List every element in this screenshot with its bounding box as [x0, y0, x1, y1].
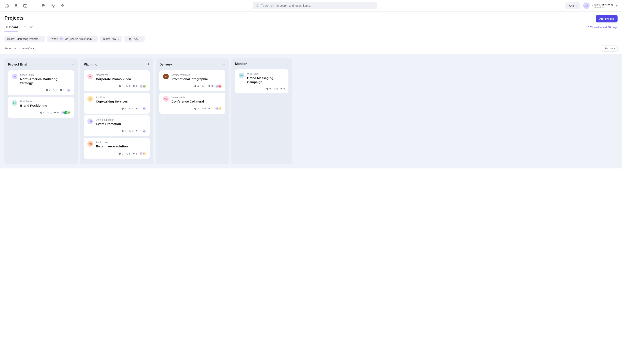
members: CASD [140, 152, 146, 155]
column-title: Monitor [235, 62, 247, 66]
tasks-stat: 0 [118, 85, 123, 88]
column-header: Delivery+ [159, 62, 225, 67]
project-name: Conference Collateral [172, 99, 222, 104]
add-project-button[interactable]: Add Project [596, 15, 618, 22]
project-name: North America Marketing Strategy [20, 77, 70, 85]
members: CASD [216, 107, 222, 110]
client-avatar: WS [239, 73, 244, 78]
column: Delivery+VVVoyage VenturesPromotional In… [156, 58, 229, 164]
members: CA [143, 107, 146, 110]
plus-icon: + [575, 4, 577, 7]
project-card[interactable]: WSWell SyncBrand Messaging Campaign000 [235, 69, 289, 94]
client-name: Unity Foundation [96, 118, 146, 121]
filter-board[interactable]: Board: Marketing Projects⌄ [4, 36, 45, 42]
project-card[interactable]: MMagnetizedCorporate Promo Video011CAAW [84, 70, 150, 91]
search-bar[interactable]: Type / [253, 2, 377, 9]
client-avatar: A [87, 96, 93, 102]
closed-projects-link[interactable]: 6 Closed in last 30 days [587, 26, 618, 32]
tasks-stat: 8 [194, 107, 199, 110]
home-icon[interactable] [4, 3, 9, 8]
project-card[interactable]: GSGreen StitchNorth America Marketing St… [8, 70, 74, 95]
chevron-down-icon: ⌄ [93, 38, 95, 40]
filter-owner[interactable]: Owner:CAMe (Charlie Armstrong)⌄ [47, 36, 98, 42]
add-card-icon[interactable]: + [223, 62, 225, 67]
svg-point-10 [119, 153, 121, 155]
calendar-check-icon[interactable] [23, 3, 27, 8]
project-name: Promotional Infographic [172, 77, 222, 81]
comments-stat: 1 [208, 107, 213, 110]
svg-point-0 [15, 4, 17, 6]
board: Project Brief+GSGreen StitchNorth Americ… [0, 54, 622, 169]
chevron-down-icon: ⌄ [140, 38, 142, 40]
caret-down-icon: ▾ [33, 47, 34, 50]
client-avatar: UF [87, 118, 93, 124]
member-avatar: SD [218, 107, 222, 110]
board-icon [4, 25, 8, 29]
search-input[interactable] [276, 4, 375, 7]
project-name: Corporate Promo Video [96, 77, 146, 81]
lightning-icon[interactable] [60, 3, 65, 8]
member-avatar: CA [67, 88, 70, 92]
attachments-stat: 1 [128, 107, 133, 110]
column: Planning+MMagnetizedCorporate Promo Vide… [80, 58, 153, 164]
column: MonitorWSWell SyncBrand Messaging Campai… [232, 58, 292, 164]
tabs-row: Board List 6 Closed in last 30 days [0, 22, 622, 32]
caret-down-icon: ▾ [614, 47, 615, 50]
client-avatar: GS [12, 74, 17, 79]
project-card[interactable]: VVVoyage VenturesPromotional Infographic… [159, 70, 225, 91]
user-name: Charlie Armstrong [592, 3, 613, 6]
project-card[interactable]: AHAudio HiveE-commerce solution011CASD [84, 138, 150, 158]
project-card[interactable]: UFUnity FoundationEvent Promotion802CA [84, 115, 150, 136]
project-card[interactable]: VMVerve MediaConference Collateral861CAS… [159, 93, 225, 114]
project-card[interactable]: FRFuel RocketBrand Positioning420CALDAW [8, 97, 74, 118]
topbar: Type / Add + CA Charlie Armstrong Lookma… [0, 0, 622, 12]
filter-bar: Board: Marketing Projects⌄ Owner:CAMe (C… [0, 32, 622, 42]
column-header: Monitor [235, 62, 289, 66]
tasks-stat: 8 [121, 130, 126, 133]
search-slash-hint: / [270, 4, 274, 7]
project-card[interactable]: AAspirionCopywriting Services610CA [84, 93, 150, 114]
sorted-by[interactable]: Sorted by: Updated On ▾ [4, 47, 34, 50]
attachments-stat: 0 [128, 130, 133, 133]
members: CA [143, 129, 146, 133]
search-icon [256, 4, 259, 7]
user-menu[interactable]: CA Charlie Armstrong Lookmark Inc ▾ [583, 2, 618, 9]
bar-chart-icon[interactable] [32, 3, 37, 8]
add-card-icon[interactable]: + [147, 62, 150, 67]
user-icon[interactable] [14, 3, 18, 8]
tab-list[interactable]: List [23, 25, 32, 32]
chevron-down-icon: ⌄ [40, 38, 42, 40]
svg-point-2 [256, 5, 258, 6]
member-avatar: AW [67, 111, 70, 115]
tasks-stat: 4 [194, 85, 199, 88]
sort-button[interactable]: Sort by ▾ [602, 45, 618, 52]
client-avatar: M [87, 74, 93, 79]
client-name: Green Stitch [20, 74, 70, 77]
svg-point-6 [40, 112, 42, 114]
gantt-icon[interactable] [42, 3, 46, 8]
attachments-stat: 1 [201, 85, 206, 88]
tabs: Board List [4, 25, 33, 32]
tab-board[interactable]: Board [4, 25, 18, 32]
add-button[interactable]: Add + [565, 2, 580, 9]
members: CALDAW [62, 111, 70, 115]
client-name: Magnetized [96, 74, 146, 77]
project-name: E-commerce solution [96, 144, 146, 148]
search-type-label: Type [261, 4, 268, 7]
svg-rect-3 [5, 26, 6, 28]
activity-icon[interactable] [51, 3, 56, 8]
members: CAJH [216, 84, 222, 88]
owner-avatar-icon: CA [60, 37, 63, 40]
tasks-stat: 4 [40, 111, 45, 114]
client-name: Aspirion [96, 96, 146, 99]
svg-point-9 [122, 130, 124, 132]
client-avatar: FR [12, 100, 17, 106]
member-avatar: CA [142, 129, 146, 133]
filter-tag[interactable]: Tag: Any⌄ [124, 36, 145, 42]
client-avatar: VV [163, 74, 169, 79]
add-card-icon[interactable]: + [72, 62, 74, 67]
column-title: Planning [84, 63, 97, 66]
filter-team[interactable]: Team: Any⌄ [100, 36, 122, 42]
comments-stat: 0 [280, 87, 285, 90]
comments-stat: 0 [60, 89, 64, 92]
